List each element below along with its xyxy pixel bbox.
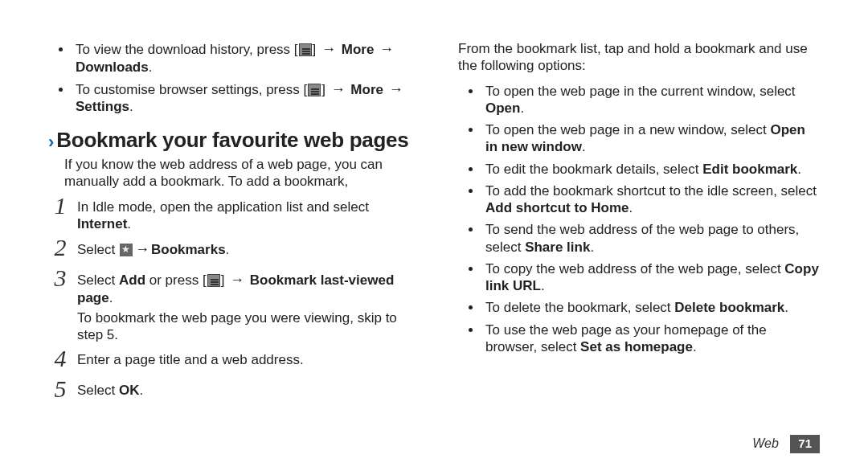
step-number: 2 [48,236,72,260]
text: . [629,200,633,215]
text: To add the bookmark shortcut to the idle… [485,183,817,199]
page: To view the download history, press [] →… [0,0,868,471]
arrow-icon: → [389,80,403,99]
text: . [226,242,230,257]
menu-icon [308,84,321,96]
bullet-open: To open the web page in the current wind… [482,83,820,117]
text: ] [221,272,228,288]
page-footer: Web 71 [752,435,820,453]
text: . [582,139,586,154]
section-heading: ›Bookmark your favourite web pages [48,127,410,154]
right-bullets: To open the web page in the current wind… [458,83,820,356]
arrow-icon: → [135,240,149,259]
page-number: 71 [790,435,820,453]
arrow-icon: → [321,40,336,59]
bold-settings: Settings [76,99,129,114]
text: or press [ [145,272,207,288]
text: . [109,290,113,305]
text: To view the download history, press [ [76,42,298,57]
step-number: 3 [48,266,72,290]
step-text: Select [77,272,119,288]
text: To copy the web address of the web page,… [485,261,784,276]
bullet-open-new: To open the web page in a new window, se… [482,121,820,156]
bold-open: Open [485,100,520,116]
text: To open the web page in the current wind… [485,84,796,99]
step-number: 5 [48,377,72,401]
text: . [139,383,143,398]
text: . [127,216,131,231]
text: . [693,339,697,354]
step-2: 2 Select → Bookmarks. [48,240,410,263]
bold-bookmarks: Bookmarks [151,242,226,257]
arrow-icon: → [230,271,244,289]
bold-internet: Internet [77,216,127,231]
bold-more: More [347,82,387,97]
text: . [784,300,788,315]
text: ] [313,42,320,57]
menu-icon [207,274,220,287]
heading-text: Bookmark your favourite web pages [56,128,408,152]
bullet-edit: To edit the bookmark details, select Edi… [482,161,820,178]
text: To delete the bookmark, select [485,300,674,315]
text: To edit the bookmark details, select [485,162,702,177]
step-number: 1 [48,194,72,218]
arrow-icon: → [331,80,346,99]
menu-icon [299,43,312,56]
bullet-share: To send the web address of the web page … [482,221,820,256]
step-number: 4 [48,346,72,371]
step-text: In Idle mode, open the application list … [77,199,369,215]
intro-paragraph: If you know the web address of a web pag… [64,156,410,190]
bullet-settings: To customise browser settings, press [] … [72,80,410,116]
step-1: 1 In Idle mode, open the application lis… [48,199,410,233]
chevron-icon: › [48,131,53,154]
bullet-shortcut: To add the bookmark shortcut to the idle… [482,182,820,217]
step-text: Select [77,242,119,257]
bold-ok: OK [119,383,140,398]
text: To customise browser settings, press [ [76,82,307,97]
bullet-downloads: To view the download history, press [] →… [72,40,410,76]
step-text: Enter a page title and a web address. [77,352,304,367]
bullet-homepage: To use the web page as your homepage of … [482,322,820,356]
step-extra: To bookmark the web page you were viewin… [77,309,410,344]
arrow-icon: → [379,40,394,59]
step-3: 3 Select Add or press [] → Bookmark last… [48,271,410,343]
bullet-delete: To delete the bookmark, select Delete bo… [482,299,820,316]
step-text: Select [77,383,119,398]
text: To open the web page in a new window, se… [485,122,770,137]
text: . [520,100,524,116]
bold-share: Share link [525,240,590,255]
text: ] [321,82,329,97]
bookmarks-icon [120,244,133,256]
bold-homepage: Set as homepage [580,339,693,354]
footer-section: Web [752,436,779,450]
bold-add: Add [119,272,145,288]
right-intro: From the bookmark list, tap and hold a b… [458,40,820,75]
bold-edit: Edit bookmark [702,162,797,177]
text: . [797,162,801,177]
bullet-copy: To copy the web address of the web page,… [482,260,820,295]
text: . [149,59,153,75]
bold-downloads: Downloads [76,59,149,75]
step-5: 5 Select OK. [48,382,410,404]
step-4: 4 Enter a page title and a web address. [48,351,410,374]
text: . [590,240,594,255]
bold-shortcut: Add shortcut to Home [485,200,629,215]
text: . [541,278,545,293]
bold-delete: Delete bookmark [674,300,784,315]
text: . [129,99,133,114]
top-bullets: To view the download history, press [] →… [48,40,410,116]
bold-more: More [338,42,378,57]
steps-list: 1 In Idle mode, open the application lis… [48,199,410,405]
